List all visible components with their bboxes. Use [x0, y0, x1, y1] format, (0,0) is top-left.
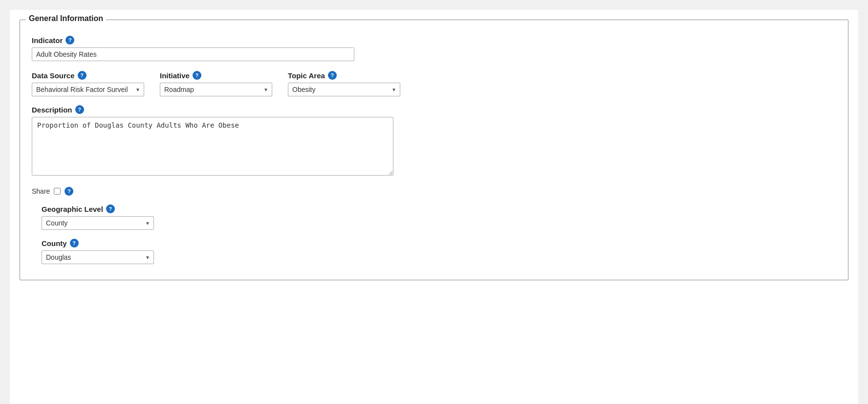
row-fields-datasource: Data Source ? Behavioral Risk Factor Sur…	[32, 71, 836, 96]
indicator-help-icon[interactable]: ?	[65, 36, 74, 45]
description-label: Description ?	[32, 105, 836, 114]
topicarea-group: Topic Area ? Obesity ▼	[288, 71, 400, 96]
share-row: Share ?	[32, 187, 836, 196]
indicator-input[interactable]	[32, 47, 354, 61]
description-section: Description ? Proportion of Douglas Coun…	[32, 105, 836, 177]
indicator-label: Indicator ?	[32, 36, 836, 45]
datasource-help-icon[interactable]: ?	[78, 71, 87, 80]
share-help-icon[interactable]: ?	[65, 187, 73, 196]
share-checkbox[interactable]	[54, 188, 61, 195]
section-legend: General Information	[26, 14, 106, 23]
initiative-select[interactable]: Roadmap	[160, 83, 272, 96]
datasource-select[interactable]: Behavioral Risk Factor Surveil	[32, 83, 144, 96]
geographic-level-label: Geographic Level ?	[42, 204, 836, 213]
county-label: County ?	[42, 239, 836, 247]
topicarea-select[interactable]: Obesity	[288, 83, 400, 96]
county-select-wrapper: Douglas ▼	[42, 250, 154, 264]
topicarea-help-icon[interactable]: ?	[328, 71, 337, 80]
initiative-label: Initiative ?	[160, 71, 272, 80]
share-label: Share	[32, 187, 50, 195]
initiative-select-wrapper: Roadmap ▼	[160, 83, 272, 96]
page-container: General Information Indicator ? Data Sou…	[10, 10, 858, 404]
initiative-help-icon[interactable]: ?	[193, 71, 201, 80]
initiative-group: Initiative ? Roadmap ▼	[160, 71, 272, 96]
geographic-level-help-icon[interactable]: ?	[106, 204, 115, 213]
datasource-select-wrapper: Behavioral Risk Factor Surveil ▼	[32, 83, 144, 96]
geographic-level-section: Geographic Level ? County ▼ County ? Dou…	[42, 204, 836, 264]
geographic-level-select[interactable]: County	[42, 216, 154, 230]
datasource-group: Data Source ? Behavioral Risk Factor Sur…	[32, 71, 144, 96]
geographic-level-select-wrapper: County ▼	[42, 216, 154, 230]
description-textarea[interactable]: Proportion of Douglas County Adults Who …	[32, 117, 393, 176]
topicarea-select-wrapper: Obesity ▼	[288, 83, 400, 96]
general-information-section: General Information Indicator ? Data Sou…	[20, 20, 848, 280]
indicator-section: Indicator ?	[32, 36, 836, 61]
county-section: County ? Douglas ▼	[42, 239, 836, 264]
topicarea-label: Topic Area ?	[288, 71, 400, 80]
county-select[interactable]: Douglas	[42, 250, 154, 264]
description-help-icon[interactable]: ?	[75, 105, 84, 114]
datasource-label: Data Source ?	[32, 71, 144, 80]
county-help-icon[interactable]: ?	[70, 239, 79, 247]
